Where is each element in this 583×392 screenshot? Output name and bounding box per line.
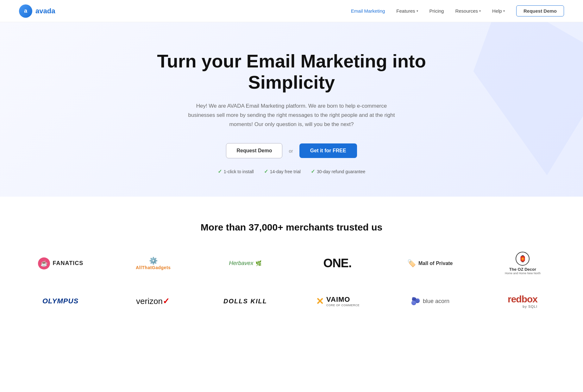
one-logo: ONE. <box>315 256 360 270</box>
hero-title: Turn your Email Marketing into Simplicit… <box>149 51 434 93</box>
nav-link-resources[interactable]: Resources ▾ <box>455 8 481 14</box>
chevron-down-icon: ▾ <box>417 9 418 13</box>
blue-acorn-label: blue acorn <box>423 298 449 305</box>
mall-label: Mall of Private <box>418 261 453 266</box>
verizon-label: verizon✓ <box>136 296 170 306</box>
badge-refund-label: 30-day refund guarantee <box>317 169 365 174</box>
fanatics-logo: ☕ FANATICS <box>38 257 83 269</box>
btn-or-label: or <box>289 148 293 154</box>
nav-link-features[interactable]: Features ▾ <box>396 8 418 14</box>
nav-item-pricing[interactable]: Pricing <box>429 8 444 14</box>
oz-decor-icon: 🏮 <box>516 252 530 266</box>
acorn-icon: 🫐 <box>411 297 420 306</box>
vaimo-x-icon: ✕ <box>316 296 324 307</box>
nav-item-help[interactable]: Help ▾ <box>492 8 505 14</box>
chevron-down-icon: ▾ <box>503 9 505 13</box>
chevron-down-icon: ▾ <box>479 9 481 13</box>
redbox-logo: redbox by SQLI <box>500 294 545 308</box>
request-demo-button[interactable]: Request Demo <box>226 143 282 158</box>
nav-request-demo-button[interactable]: Request Demo <box>516 5 564 16</box>
fanatics-heart-icon: ☕ <box>38 257 50 269</box>
nav-item-email-marketing[interactable]: Email Marketing <box>351 8 385 14</box>
hero-subtitle: Hey! We are AVADA Email Marketing platfo… <box>184 102 399 129</box>
merchants-title: More than 37,000+ merchants trusted us <box>19 222 564 233</box>
merchants-section: More than 37,000+ merchants trusted us ☕… <box>0 197 583 346</box>
dolls-kill-logo: DOLLS KILL <box>223 298 267 305</box>
merchant-logos-row-2: OLYMPUS verizon✓ DOLLS KILL ✕ VAIMO CORE… <box>19 294 564 308</box>
verizon-logo: verizon✓ <box>131 296 175 306</box>
logo[interactable]: a avada <box>19 4 55 18</box>
oz-decor-label: The OZ Decor <box>505 267 541 272</box>
one-label: ONE. <box>323 256 352 270</box>
check-icon: ✓ <box>311 168 315 174</box>
badge-trial-label: 14-day free trial <box>270 169 301 174</box>
check-icon: ✓ <box>264 168 268 174</box>
nav-item-features[interactable]: Features ▾ <box>396 8 418 14</box>
nav-item-resources[interactable]: Resources ▾ <box>455 8 481 14</box>
nav-link-email-marketing[interactable]: Email Marketing <box>351 8 385 14</box>
vaimo-tagline: CORE OF COMMERCE <box>326 304 360 307</box>
oz-decor-tagline: Home and Home New North <box>505 272 541 275</box>
badge-trial: ✓ 14-day free trial <box>264 168 301 174</box>
vaimo-logo: ✕ VAIMO CORE OF COMMERCE <box>316 295 360 307</box>
all-that-gadgets-logo: ⚙️ AllThatGadgets <box>131 257 175 270</box>
merchant-logos-row-1: ☕ FANATICS ⚙️ AllThatGadgets Herbavex 🌿 … <box>19 252 564 275</box>
hero-trust-badges: ✓ 1-click to install ✓ 14-day free trial… <box>13 168 570 174</box>
logo-text: avada <box>35 7 55 15</box>
check-icon: ✓ <box>218 168 222 174</box>
blue-acorn-logo: 🫐 blue acorn <box>408 297 452 306</box>
get-it-free-button[interactable]: Get it for FREE <box>299 143 357 158</box>
mall-tag-icon: 🏷️ <box>407 259 416 268</box>
nav-item-request-demo[interactable]: Request Demo <box>516 5 564 16</box>
hero-buttons: Request Demo or Get it for FREE <box>13 143 570 158</box>
herbavex-logo: Herbavex 🌿 <box>223 260 267 267</box>
nav-link-help[interactable]: Help ▾ <box>492 8 505 14</box>
mall-of-private-logo: 🏷️ Mall of Private <box>407 259 453 268</box>
badge-install: ✓ 1-click to install <box>218 168 254 174</box>
redbox-label: redbox <box>508 294 537 305</box>
navbar: a avada Email Marketing Features ▾ Prici… <box>0 0 583 22</box>
olympus-logo: OLYMPUS <box>38 297 83 305</box>
redbox-tagline: by SQLI <box>508 305 537 308</box>
nav-links: Email Marketing Features ▾ Pricing Resou… <box>351 5 564 16</box>
dolls-kill-label: DOLLS KILL <box>223 298 267 305</box>
nav-link-pricing[interactable]: Pricing <box>429 8 444 14</box>
herbavex-label: Herbavex <box>229 260 254 267</box>
logo-icon: a <box>19 4 32 18</box>
oz-decor-logo: 🏮 The OZ Decor Home and Home New North <box>500 252 545 275</box>
herbavex-leaf-icon: 🌿 <box>255 260 262 266</box>
badge-refund: ✓ 30-day refund guarantee <box>311 168 365 174</box>
vaimo-label: VAIMO <box>326 295 360 304</box>
badge-install-label: 1-click to install <box>224 169 254 174</box>
fanatics-label: FANATICS <box>53 260 83 267</box>
hero-section: Turn your Email Marketing into Simplicit… <box>0 22 583 197</box>
atg-icon: ⚙️ <box>136 257 171 265</box>
olympus-label: OLYMPUS <box>42 297 78 305</box>
atg-label: AllThatGadgets <box>136 265 171 270</box>
